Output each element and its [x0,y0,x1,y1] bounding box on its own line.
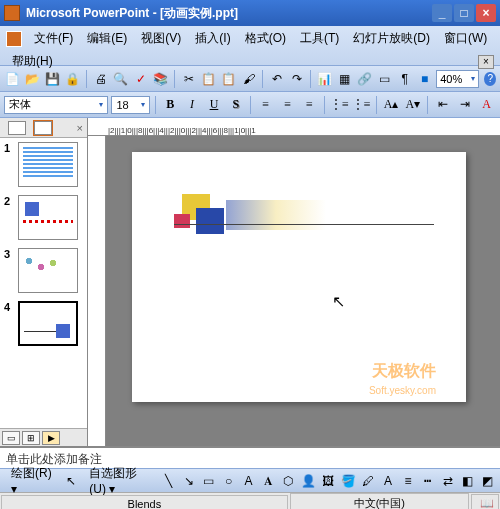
decrease-indent-button[interactable]: ⇤ [433,95,452,115]
maximize-button[interactable]: □ [454,4,474,22]
increase-font-button[interactable]: A▴ [382,95,401,115]
normal-view-button[interactable]: ▭ [2,431,20,445]
line-tool-button[interactable]: ╲ [161,471,178,491]
format-painter-button[interactable] [240,69,257,89]
slideshow-view-button[interactable]: ▶ [42,431,60,445]
thumbnail-row[interactable]: 3 [4,248,83,293]
sorter-view-button[interactable]: ⊞ [22,431,40,445]
textbox-tool-button[interactable]: A [240,471,257,491]
increase-indent-button[interactable]: ⇥ [455,95,474,115]
save-button[interactable] [44,69,61,89]
show-formatting-button[interactable]: ¶ [396,69,413,89]
watermark-text: 天极软件 [372,361,436,382]
close-button[interactable]: × [476,4,496,22]
outline-tab[interactable] [8,121,26,135]
status-spell-icon[interactable]: 📖 [471,494,499,509]
slide-horizontal-line[interactable] [174,224,434,225]
menu-slideshow[interactable]: 幻灯片放映(D) [347,28,436,49]
font-combo[interactable]: 宋体 ▾ [4,96,108,114]
font-size-combo[interactable]: 18 ▾ [111,96,149,114]
wordart-button[interactable]: 𝐀 [260,471,277,491]
permission-button[interactable] [64,69,81,89]
align-center-button[interactable]: ≡ [278,95,297,115]
doc-window-controls: × [478,55,494,69]
menu-window[interactable]: 窗口(W) [438,28,493,49]
align-left-button[interactable]: ≡ [256,95,275,115]
rectangle-tool-button[interactable]: ▭ [200,471,217,491]
shadow-style-button[interactable]: ◧ [459,471,476,491]
separator [427,96,428,114]
minimize-button[interactable]: _ [432,4,452,22]
separator [310,70,311,88]
menu-format[interactable]: 格式(O) [239,28,292,49]
line-color-button[interactable]: 🖊 [360,471,377,491]
tables-borders-button[interactable] [356,69,373,89]
arrow-style-button[interactable]: ⇄ [439,471,456,491]
expand-button[interactable] [376,69,393,89]
preview-button[interactable] [112,69,129,89]
separator [324,96,325,114]
menu-insert[interactable]: 插入(I) [189,28,236,49]
bold-button[interactable]: B [161,95,180,115]
separator [86,70,87,88]
paste-button[interactable] [220,69,237,89]
dash-style-button[interactable]: ┅ [419,471,436,491]
autoshapes-button[interactable]: 自选图形(U) ▾ [82,463,157,498]
chart-button[interactable] [316,69,333,89]
slide-thumbnail-2[interactable] [18,195,78,240]
cut-button[interactable] [180,69,197,89]
thumbnail-row[interactable]: 2 [4,195,83,240]
thumbnail-row[interactable]: 1 [4,142,83,187]
menu-file[interactable]: 文件(F) [28,28,79,49]
draw-menu-button[interactable]: 绘图(R) ▾ [4,463,59,498]
help-icon[interactable]: ? [484,72,496,86]
menu-edit[interactable]: 编辑(E) [81,28,133,49]
panel-close-button[interactable]: × [77,122,83,134]
table-button[interactable] [336,69,353,89]
spellcheck-button[interactable] [132,69,149,89]
undo-button[interactable] [268,69,285,89]
slide-thumbnail-4[interactable] [18,301,78,346]
color-grayscale-button[interactable] [416,69,433,89]
oval-tool-button[interactable]: ○ [220,471,237,491]
menu-view[interactable]: 视图(V) [135,28,187,49]
align-right-button[interactable]: ≡ [300,95,319,115]
slides-tab[interactable] [34,121,52,135]
decrease-font-button[interactable]: A▾ [403,95,422,115]
shadow-button[interactable]: S [226,95,245,115]
slide-thumbnail-3[interactable] [18,248,78,293]
slide-thumbnail-1[interactable] [18,142,78,187]
underline-button[interactable]: U [205,95,224,115]
current-slide[interactable]: ↖ 天极软件 Soft.yesky.com [132,152,466,402]
doc-close-button[interactable]: × [478,55,494,69]
thumbnail-row[interactable]: 4 [4,301,83,346]
open-button[interactable] [24,69,41,89]
fill-color-button[interactable]: 🪣 [340,471,357,491]
zoom-value: 40% [440,73,471,85]
line-style-button[interactable]: ≡ [399,471,416,491]
notes-pane[interactable]: 单击此处添加备注 [0,446,500,468]
new-button[interactable] [4,69,21,89]
menu-tools[interactable]: 工具(T) [294,28,345,49]
numbering-button[interactable]: ⋮≡ [330,95,349,115]
print-button[interactable] [92,69,109,89]
redo-button[interactable] [288,69,305,89]
slide-shape-group[interactable] [174,194,226,236]
slide-canvas[interactable]: ↖ 天极软件 Soft.yesky.com [106,136,500,446]
font-color-button-draw[interactable]: A [380,471,397,491]
insert-picture-button[interactable]: 🖼 [320,471,337,491]
font-color-button[interactable]: A [477,95,496,115]
research-button[interactable] [152,69,169,89]
select-objects-button[interactable]: ↖ [62,471,79,491]
arrow-tool-button[interactable]: ↘ [180,471,197,491]
zoom-combo[interactable]: 40% ▾ [436,70,479,88]
clipart-button[interactable]: 👤 [300,471,317,491]
separator [262,70,263,88]
diagram-button[interactable]: ⬡ [280,471,297,491]
bullets-button[interactable]: ⋮≡ [352,95,371,115]
app-icon[interactable] [6,31,22,47]
view-buttons-bar: ▭ ⊞ ▶ [0,428,87,446]
italic-button[interactable]: I [183,95,202,115]
copy-button[interactable] [200,69,217,89]
threed-style-button[interactable]: ◩ [479,471,496,491]
